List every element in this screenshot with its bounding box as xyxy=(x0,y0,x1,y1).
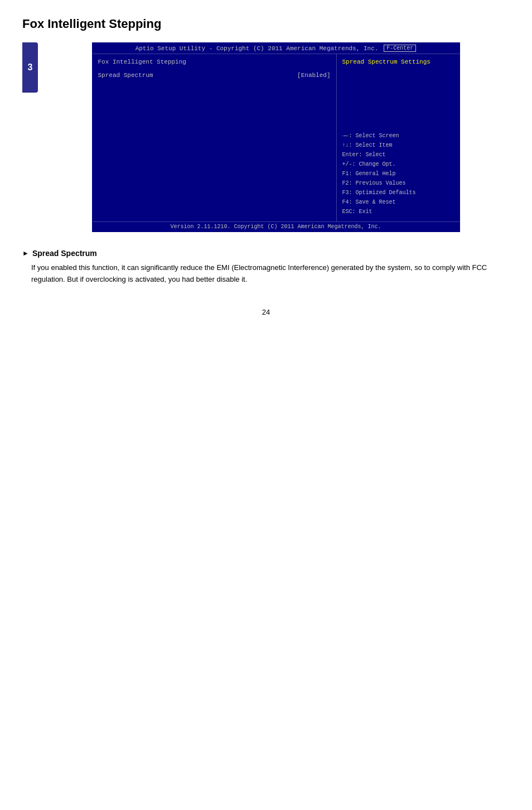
desc-heading: ► Spread Spectrum xyxy=(22,249,510,258)
description-section: ► Spread Spectrum If you enabled this fu… xyxy=(22,249,510,286)
bios-body: Fox Intelligent Stepping Spread Spectrum… xyxy=(93,54,460,221)
nav-enter: Enter: Select xyxy=(342,151,454,160)
nav-f1: F1: General Help xyxy=(342,170,454,179)
desc-heading-text: Spread Spectrum xyxy=(32,249,97,258)
bios-titlebar: Aptio Setup Utility - Copyright (C) 2011… xyxy=(93,43,460,54)
nav-select-screen: →←: Select Screen xyxy=(342,132,454,141)
bios-section-title: Fox Intelligent Stepping xyxy=(98,59,331,65)
bios-left-pane: Fox Intelligent Stepping Spread Spectrum… xyxy=(93,54,337,221)
bios-item-spread-spectrum: Spread Spectrum [Enabled] xyxy=(98,72,331,79)
page-number: 24 xyxy=(22,308,510,316)
bios-title-text: Aptio Setup Utility - Copyright (C) 2011… xyxy=(136,45,379,52)
nav-f4: F4: Save & Reset xyxy=(342,198,454,207)
bios-item-value-spread-spectrum: [Enabled] xyxy=(297,72,330,79)
arrow-icon: ► xyxy=(22,249,29,257)
nav-select-item: ↑↓: Select Item xyxy=(342,141,454,150)
bios-right-pane: Spread Spectrum Settings →←: Select Scre… xyxy=(337,54,460,221)
bios-nav-help: →←: Select Screen ↑↓: Select Item Enter:… xyxy=(342,132,454,217)
nav-f3: F3: Optimized Defaults xyxy=(342,189,454,197)
page-title: Fox Intelligent Stepping xyxy=(22,17,510,31)
f-center-label: F-Center xyxy=(384,45,416,52)
bios-footer: Version 2.11.1210. Copyright (C) 2011 Am… xyxy=(93,221,460,232)
nav-esc: ESC: Exit xyxy=(342,208,454,216)
bios-screen: Aptio Setup Utility - Copyright (C) 2011… xyxy=(92,42,460,232)
bios-item-label-spread-spectrum: Spread Spectrum xyxy=(98,72,153,79)
nav-f2: F2: Previous Values xyxy=(342,179,454,188)
bios-help-title: Spread Spectrum Settings xyxy=(342,59,454,126)
nav-change-opt: +/-: Change Opt. xyxy=(342,160,454,169)
desc-text: If you enabled this function, it can sig… xyxy=(31,262,510,286)
